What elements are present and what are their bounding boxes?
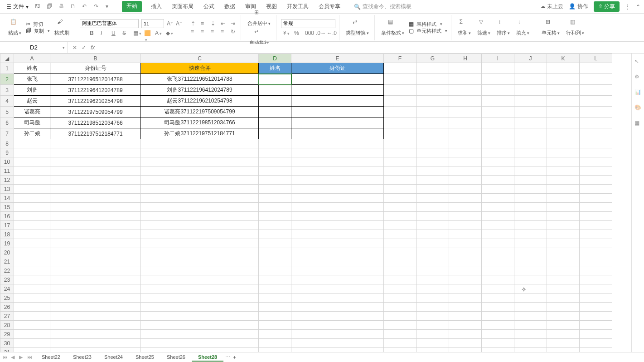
conditional-format-button[interactable]: ▤ 条件格式 xyxy=(379,18,406,37)
cell[interactable] xyxy=(416,128,449,139)
row-header[interactable]: 21 xyxy=(0,257,14,266)
cell[interactable] xyxy=(50,194,141,203)
print-icon[interactable]: 🖶 xyxy=(58,3,66,10)
cell[interactable] xyxy=(547,294,580,303)
cell[interactable] xyxy=(482,128,514,139)
cell[interactable] xyxy=(50,294,141,303)
cell[interactable] xyxy=(482,275,514,284)
cell[interactable] xyxy=(291,339,384,348)
cell[interactable] xyxy=(580,96,612,107)
cell[interactable] xyxy=(514,117,547,128)
cell[interactable] xyxy=(14,185,50,194)
cell[interactable] xyxy=(482,185,514,194)
cell[interactable] xyxy=(259,185,291,194)
cell[interactable] xyxy=(482,139,514,148)
cell[interactable] xyxy=(259,166,291,176)
cell[interactable] xyxy=(449,96,482,107)
cell[interactable] xyxy=(50,266,141,275)
cell[interactable] xyxy=(50,257,141,266)
cell[interactable] xyxy=(449,330,482,339)
increase-font-icon[interactable]: A⁺ xyxy=(167,20,173,27)
row-header[interactable]: 2 xyxy=(0,74,14,85)
cell[interactable] xyxy=(291,312,384,321)
cell[interactable] xyxy=(416,339,449,348)
cell[interactable] xyxy=(514,230,547,239)
cell[interactable] xyxy=(14,230,50,239)
cell[interactable] xyxy=(141,275,259,284)
decrease-font-icon[interactable]: A⁻ xyxy=(176,20,182,27)
strikethrough-icon[interactable]: S̶ xyxy=(122,30,129,36)
cell[interactable] xyxy=(580,212,612,221)
cell[interactable] xyxy=(14,157,50,166)
align-top-icon[interactable]: ⇡ xyxy=(191,20,197,27)
row-header[interactable]: 31 xyxy=(0,348,14,352)
table-panel-icon[interactable]: ▦ xyxy=(634,120,642,127)
col-header-J[interactable]: J xyxy=(514,54,547,63)
cell[interactable] xyxy=(416,139,449,148)
cell[interactable]: 刘备 xyxy=(14,85,50,96)
cell[interactable] xyxy=(384,185,416,194)
cell[interactable] xyxy=(416,248,449,257)
cell[interactable] xyxy=(482,257,514,266)
cell[interactable] xyxy=(14,321,50,330)
cell[interactable] xyxy=(259,266,291,275)
cell[interactable]: 姓名 xyxy=(259,63,291,74)
cell[interactable] xyxy=(416,176,449,185)
cell[interactable] xyxy=(291,248,384,257)
cell[interactable] xyxy=(449,185,482,194)
cell[interactable] xyxy=(482,63,514,74)
tab-dev-tools[interactable]: 开发工具 xyxy=(286,1,310,12)
cell[interactable] xyxy=(259,157,291,166)
select-all-corner[interactable]: ◢ xyxy=(0,54,14,63)
cell[interactable] xyxy=(141,321,259,330)
cell[interactable] xyxy=(416,194,449,203)
percent-icon[interactable]: % xyxy=(294,30,300,36)
cell[interactable]: 司马懿 xyxy=(14,117,50,128)
cell[interactable] xyxy=(449,230,482,239)
cell[interactable] xyxy=(547,139,580,148)
cell[interactable] xyxy=(384,85,416,96)
cell[interactable] xyxy=(141,294,259,303)
cell[interactable] xyxy=(259,257,291,266)
row-header[interactable]: 28 xyxy=(0,321,14,330)
cell[interactable] xyxy=(291,303,384,312)
cell[interactable]: 371122196512014788 xyxy=(50,74,141,85)
row-header[interactable]: 9 xyxy=(0,148,14,157)
share-button[interactable]: ⇧ 分享 xyxy=(594,1,620,12)
row-header[interactable]: 16 xyxy=(0,212,14,221)
cell[interactable] xyxy=(547,74,580,85)
cell[interactable] xyxy=(416,117,449,128)
cell[interactable] xyxy=(416,303,449,312)
cell[interactable] xyxy=(291,96,384,107)
cell[interactable] xyxy=(50,248,141,257)
col-header-E[interactable]: E xyxy=(291,54,384,63)
tab-formula[interactable]: 公式 xyxy=(203,1,215,12)
cell[interactable] xyxy=(514,194,547,203)
cell[interactable] xyxy=(449,312,482,321)
row-header[interactable]: 12 xyxy=(0,176,14,185)
cell[interactable] xyxy=(141,303,259,312)
align-justify-icon[interactable]: ≡ xyxy=(221,29,227,35)
spreadsheet-grid[interactable]: ◢ A B C D E F G H I J K L 1姓名身份证号快速合并姓名身… xyxy=(0,54,612,352)
cell[interactable] xyxy=(141,330,259,339)
cell[interactable] xyxy=(514,203,547,212)
chevron-down-icon[interactable]: ▾ xyxy=(106,3,113,10)
cell[interactable] xyxy=(384,148,416,157)
cell[interactable] xyxy=(449,321,482,330)
cell[interactable] xyxy=(449,63,482,74)
cell[interactable] xyxy=(259,85,291,96)
cell[interactable] xyxy=(580,117,612,128)
cell[interactable] xyxy=(384,266,416,275)
tab-page-layout[interactable]: 页面布局 xyxy=(171,1,194,12)
cell[interactable] xyxy=(449,194,482,203)
cell[interactable] xyxy=(50,157,141,166)
sheet-tab[interactable]: Sheet22 xyxy=(35,353,67,362)
cell[interactable] xyxy=(50,303,141,312)
cell[interactable] xyxy=(482,74,514,85)
row-header[interactable]: 7 xyxy=(0,128,14,139)
cell[interactable] xyxy=(14,348,50,352)
cell[interactable] xyxy=(416,212,449,221)
cell[interactable] xyxy=(449,166,482,176)
cell[interactable] xyxy=(384,330,416,339)
cell[interactable] xyxy=(384,303,416,312)
